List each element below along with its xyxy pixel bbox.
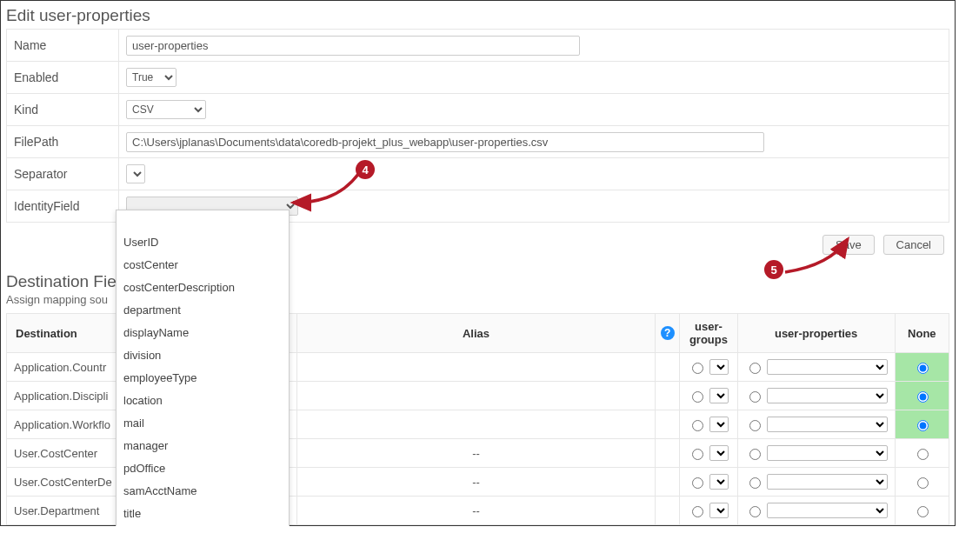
step-badge-5: 5 <box>764 260 783 279</box>
identityfield-option[interactable]: UserID <box>117 231 289 254</box>
user-properties-select[interactable] <box>767 417 888 432</box>
col-help: ? <box>656 314 680 353</box>
kind-label: Kind <box>7 94 119 126</box>
user-groups-radio[interactable] <box>692 391 703 403</box>
step-badge-4: 4 <box>356 160 375 179</box>
identityfield-option[interactable]: costCenter <box>117 254 289 277</box>
user-groups-radio[interactable] <box>692 506 703 517</box>
user-groups-select[interactable] <box>709 503 729 518</box>
user-properties-radio[interactable] <box>749 420 761 431</box>
user-properties-select[interactable] <box>767 474 888 490</box>
user-groups-radio[interactable] <box>692 363 703 374</box>
col-none: None <box>895 314 949 353</box>
name-label: Name <box>7 30 119 62</box>
user-properties-radio[interactable] <box>749 449 761 460</box>
identityfield-option[interactable]: employeeType <box>117 367 289 390</box>
identityfield-option[interactable]: userName <box>117 525 289 526</box>
alias-cell: -- <box>297 439 655 467</box>
user-groups-radio[interactable] <box>692 420 703 431</box>
name-input[interactable] <box>126 36 580 56</box>
user-groups-select[interactable] <box>709 359 729 375</box>
alias-cell: -- <box>297 497 655 524</box>
user-groups-select[interactable] <box>709 388 729 403</box>
col-user-properties: user-properties <box>737 314 895 353</box>
identityfield-option[interactable]: pdOffice <box>117 457 289 480</box>
none-radio[interactable] <box>917 391 929 403</box>
none-radio[interactable] <box>917 420 929 431</box>
identityfield-label: IdentityField <box>7 190 119 223</box>
alias-cell <box>297 410 655 438</box>
user-properties-radio[interactable] <box>749 506 761 517</box>
user-groups-radio[interactable] <box>692 449 703 460</box>
user-groups-select[interactable] <box>709 474 729 490</box>
identityfield-option[interactable]: department <box>117 299 289 322</box>
identityfield-option[interactable]: mail <box>117 412 289 435</box>
kind-select[interactable]: CSV <box>126 100 206 119</box>
filepath-label: FilePath <box>7 126 119 158</box>
user-properties-radio[interactable] <box>749 391 761 403</box>
identityfield-option[interactable]: title <box>117 503 289 525</box>
edit-form: Name Enabled True Kind CSV FilePath <box>6 29 949 223</box>
alias-cell <box>297 353 655 381</box>
identityfield-option[interactable]: costCenterDescription <box>117 277 289 299</box>
separator-label: Separator <box>7 158 119 190</box>
none-radio[interactable] <box>917 363 929 374</box>
none-radio[interactable] <box>917 477 929 489</box>
identityfield-option[interactable]: manager <box>117 435 289 457</box>
help-icon[interactable]: ? <box>661 326 675 340</box>
alias-cell <box>297 382 655 410</box>
none-radio[interactable] <box>917 449 929 460</box>
identityfield-dropdown[interactable]: UserIDcostCentercostCenterDescriptiondep… <box>116 210 290 526</box>
user-properties-radio[interactable] <box>749 477 761 489</box>
col-alias: Alias <box>296 314 655 353</box>
filepath-input[interactable] <box>126 132 764 152</box>
user-properties-select[interactable] <box>767 388 888 403</box>
col-user-groups: user-groups <box>680 314 737 353</box>
identityfield-option[interactable] <box>117 210 289 231</box>
separator-select[interactable]: , <box>126 164 145 183</box>
cancel-button[interactable]: Cancel <box>883 235 944 255</box>
user-properties-select[interactable] <box>767 503 888 518</box>
alias-cell: -- <box>297 468 655 496</box>
user-properties-select[interactable] <box>767 445 888 461</box>
identityfield-option[interactable]: displayName <box>117 322 289 344</box>
user-properties-select[interactable] <box>767 359 888 375</box>
user-properties-radio[interactable] <box>749 363 761 374</box>
user-groups-select[interactable] <box>709 445 729 461</box>
save-button[interactable]: Save <box>822 235 875 255</box>
page-title: Edit user-properties <box>6 6 949 25</box>
identityfield-option[interactable]: division <box>117 344 289 367</box>
enabled-select[interactable]: True <box>126 68 176 87</box>
user-groups-select[interactable] <box>709 417 729 432</box>
identityfield-option[interactable]: location <box>117 390 289 412</box>
enabled-label: Enabled <box>7 62 119 94</box>
none-radio[interactable] <box>917 506 929 517</box>
user-groups-radio[interactable] <box>692 477 703 489</box>
identityfield-option[interactable]: samAcctName <box>117 480 289 503</box>
